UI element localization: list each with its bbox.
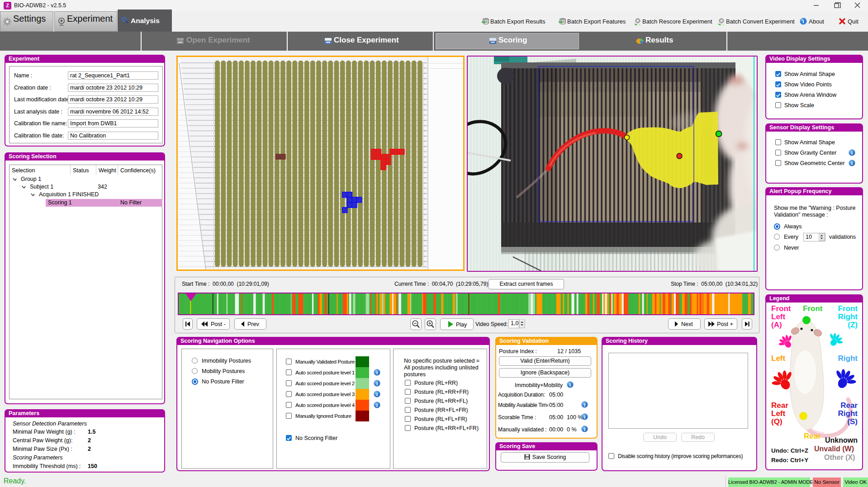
svg-text:Play: Play — [456, 322, 467, 328]
svg-text:Post +: Post + — [717, 321, 733, 327]
svg-text:Next: Next — [681, 321, 693, 327]
svg-text:i: i — [802, 19, 804, 24]
svg-text:Post -: Post - — [211, 321, 226, 327]
svg-text:Prev: Prev — [247, 321, 259, 327]
